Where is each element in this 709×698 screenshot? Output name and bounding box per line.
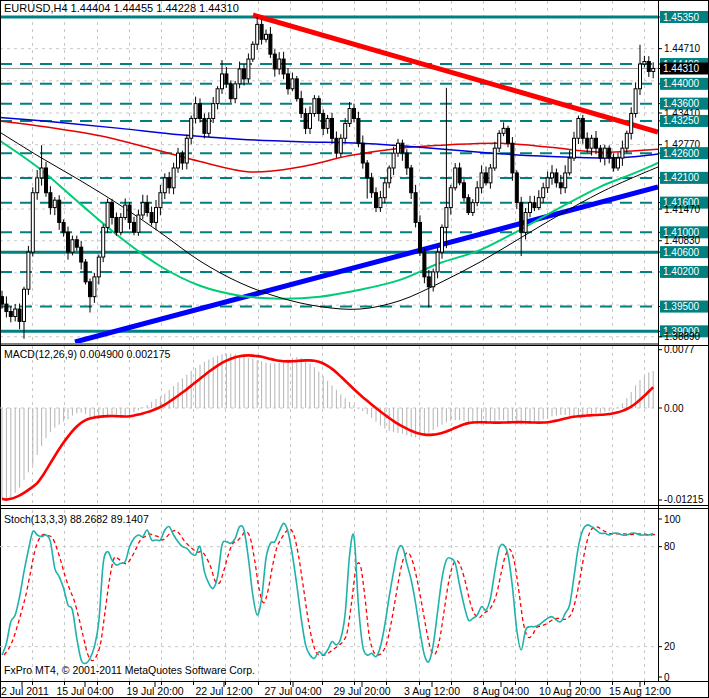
price-scale-label: 1.45350 <box>663 12 700 23</box>
price-scale-label: 1.38890 <box>664 331 701 342</box>
price-scale-label: 1.44000 <box>663 78 700 89</box>
price-scale-label: 1.41470 <box>664 204 701 215</box>
price-scale-label: 1.40830 <box>664 235 701 246</box>
macd-scale-label: -0.01215 <box>664 494 704 505</box>
stoch-scale-label: 20 <box>664 641 676 652</box>
macd-histogram <box>2 353 654 500</box>
time-axis-label: 29 Jul 20:00 <box>333 685 390 697</box>
time-axis-label: 12 Jul 2011 <box>0 685 49 697</box>
price-scale-label: 1.42600 <box>663 148 700 159</box>
price-scale[interactable]: 1.453501.447101.444001.443101.440001.436… <box>658 11 708 342</box>
resistance-trendline[interactable] <box>253 15 658 132</box>
indicator-scales[interactable]: 0.00770.00-0.0121510080200 <box>658 344 704 682</box>
price-scale-label: 1.39500 <box>663 301 700 312</box>
mt4-chart-window[interactable]: 1.453501.447101.444001.443101.440001.436… <box>0 0 709 698</box>
macd-indicator-label: MACD(12,26,9) 0.004900 0.002175 <box>4 348 170 360</box>
price-scale-label: 1.40200 <box>663 266 700 277</box>
macd-panel[interactable] <box>0 353 658 500</box>
stoch-scale-label: 80 <box>664 541 676 552</box>
time-axis-label: 15 Aug 12:00 <box>609 685 671 697</box>
stoch-scale-label: 0 <box>664 672 670 683</box>
support-trendline[interactable] <box>75 187 658 342</box>
chart-title: EURUSD,H4 1.44404 1.44455 1.44228 1.4431… <box>4 2 239 14</box>
macd-signal-line <box>2 355 653 499</box>
time-axis-label: 19 Jul 20:00 <box>126 685 183 697</box>
stochastic-panel[interactable] <box>0 523 658 663</box>
platform-copyright: FxPro MT4, © 2001-2011 MetaQuotes Softwa… <box>4 664 255 676</box>
stoch-scale-label: 100 <box>664 514 681 525</box>
macd-scale-label: 0.0077 <box>664 344 695 355</box>
time-axis-label: 10 Aug 20:00 <box>539 685 601 697</box>
time-axis-label: 15 Jul 04:00 <box>56 685 113 697</box>
price-scale-label: 1.44310 <box>663 63 700 74</box>
macd-scale-label: 0.00 <box>664 403 684 414</box>
time-axis-label: 3 Aug 12:00 <box>404 685 460 697</box>
horizontal-gridlines <box>0 49 658 337</box>
time-axis-label: 8 Aug 04:00 <box>473 685 529 697</box>
price-scale-label: 1.40600 <box>663 247 700 258</box>
price-scale-label: 1.44710 <box>664 43 701 54</box>
stoch-indicator-label: Stoch(13,3,3) 88.2682 89.1407 <box>4 513 149 525</box>
stoch-main-line <box>2 523 653 663</box>
price-scale-label: 1.42100 <box>663 172 700 183</box>
time-axis-label: 27 Jul 04:00 <box>264 685 321 697</box>
time-axis[interactable]: 12 Jul 201115 Jul 04:0019 Jul 20:0022 Ju… <box>0 682 671 697</box>
price-scale-label: 1.43250 <box>663 115 700 126</box>
time-axis-label: 22 Jul 12:00 <box>195 685 252 697</box>
